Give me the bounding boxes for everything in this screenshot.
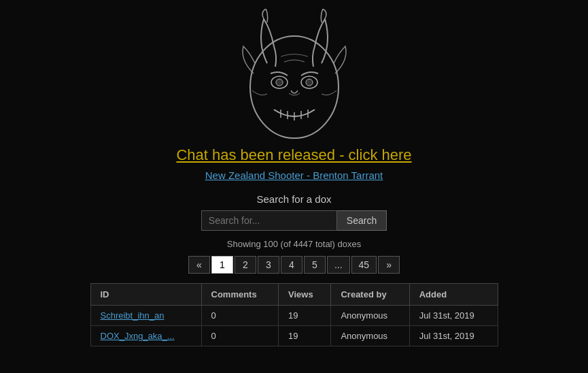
col-header-comments: Comments [201, 284, 279, 306]
results-count: Showing 100 (of 4447 total) doxes [227, 239, 361, 249]
cell-added: Jul 31st, 2019 [409, 326, 498, 346]
col-header-created-by: Created by [331, 284, 409, 306]
search-button[interactable]: Search [337, 210, 387, 231]
cell-id: DOX_Jxng_aka_... [90, 326, 201, 346]
table-row: Schreibt_ihn_an019AnonymousJul 31st, 201… [90, 306, 498, 326]
dox-link[interactable]: DOX_Jxng_aka_... [101, 331, 175, 341]
cell-created-by: Anonymous [331, 306, 409, 326]
pagination-ellipsis: ... [327, 256, 350, 274]
col-header-views: Views [279, 284, 331, 306]
dox-table: ID Comments Views Created by Added Schre… [90, 283, 498, 346]
cell-id: Schreibt_ihn_an [90, 306, 201, 326]
logo-container [220, 7, 369, 143]
cell-added: Jul 31st, 2019 [409, 306, 498, 326]
dox-link[interactable]: Schreibt_ihn_an [101, 310, 165, 321]
pagination: « 1 2 3 4 5 ... 45 » [188, 256, 400, 274]
pagination-page-45[interactable]: 45 [351, 256, 377, 274]
svg-point-4 [306, 79, 313, 86]
table-row: DOX_Jxng_aka_...019AnonymousJul 31st, 20… [90, 326, 498, 346]
pagination-next[interactable]: » [378, 256, 400, 274]
pagination-page-4[interactable]: 4 [281, 256, 302, 274]
pagination-page-1[interactable]: 1 [211, 256, 233, 274]
search-label: Search for a dox [256, 193, 331, 205]
nz-shooter-link[interactable]: New Zealand Shooter - Brenton Tarrant [205, 169, 383, 181]
cell-created-by: Anonymous [331, 326, 409, 346]
pagination-page-2[interactable]: 2 [235, 256, 256, 274]
table-header-row: ID Comments Views Created by Added [90, 284, 498, 306]
chat-link[interactable]: Chat has been released - click here [176, 146, 411, 164]
col-header-id: ID [90, 284, 201, 306]
search-row: Search [201, 210, 387, 231]
pagination-page-5[interactable]: 5 [304, 256, 326, 274]
pagination-prev[interactable]: « [188, 256, 210, 274]
devil-logo [226, 9, 362, 142]
cell-comments: 0 [201, 306, 279, 326]
svg-point-3 [276, 79, 283, 86]
col-header-added: Added [409, 284, 498, 306]
cell-views: 19 [279, 306, 331, 326]
pagination-page-3[interactable]: 3 [258, 256, 279, 274]
search-input[interactable] [201, 210, 337, 231]
svg-point-0 [250, 36, 339, 138]
cell-views: 19 [279, 326, 331, 346]
cell-comments: 0 [201, 326, 279, 346]
